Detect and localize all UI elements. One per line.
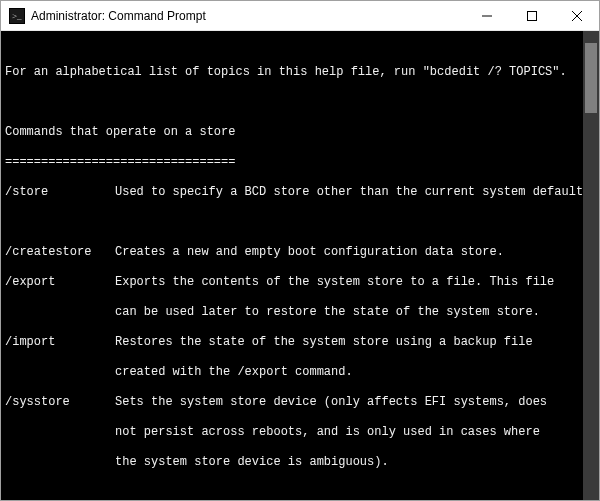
window-controls: [464, 1, 599, 30]
cmd-import: /import: [5, 335, 115, 350]
terminal-area: For an alphabetical list of topics in th…: [1, 31, 599, 500]
cmd-window: >_ Administrator: Command Prompt For an …: [0, 0, 600, 501]
svg-text:>_: >_: [12, 11, 22, 21]
close-button[interactable]: [554, 1, 599, 30]
cmd-sysstore-desc: Sets the system store device (only affec…: [115, 395, 583, 410]
window-title: Administrator: Command Prompt: [31, 9, 464, 23]
cmd-export: /export: [5, 275, 115, 290]
titlebar[interactable]: >_ Administrator: Command Prompt: [1, 1, 599, 31]
cmd-export-desc2: can be used later to restore the state o…: [5, 305, 583, 320]
vertical-scrollbar[interactable]: [583, 31, 599, 500]
store-header: Commands that operate on a store: [5, 125, 583, 140]
terminal-output[interactable]: For an alphabetical list of topics in th…: [1, 31, 583, 500]
cmd-createstore: /createstore: [5, 245, 115, 260]
cmd-sysstore-desc3: the system store device is ambiguous).: [5, 455, 583, 470]
intro-line: For an alphabetical list of topics in th…: [5, 65, 583, 80]
cmd-export-desc: Exports the contents of the system store…: [115, 275, 583, 290]
cmd-store-desc: Used to specify a BCD store other than t…: [115, 185, 583, 200]
cmd-sysstore-desc2: not persist across reboots, and is only …: [5, 425, 583, 440]
cmd-sysstore: /sysstore: [5, 395, 115, 410]
cmd-icon: >_: [9, 8, 25, 24]
cmd-store: /store: [5, 185, 115, 200]
help-text: For an alphabetical list of topics in th…: [5, 50, 583, 500]
maximize-button[interactable]: [509, 1, 554, 30]
cmd-import-desc: Restores the state of the system store u…: [115, 335, 583, 350]
scrollbar-thumb[interactable]: [585, 43, 597, 113]
store-sep: ================================: [5, 155, 583, 170]
minimize-button[interactable]: [464, 1, 509, 30]
cmd-import-desc2: created with the /export command.: [5, 365, 583, 380]
cmd-createstore-desc: Creates a new and empty boot configurati…: [115, 245, 583, 260]
svg-rect-4: [527, 11, 536, 20]
